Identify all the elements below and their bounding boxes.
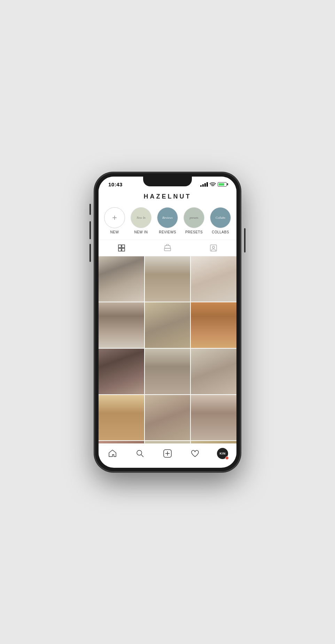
svg-rect-4: [122, 248, 125, 251]
svg-rect-3: [118, 248, 121, 251]
phone-screen: 10:43: [99, 177, 236, 468]
nav-profile[interactable]: KIN: [215, 447, 230, 460]
heart-icon: [190, 449, 200, 458]
battery-icon: [218, 182, 227, 187]
photo-cell-9[interactable]: [191, 349, 236, 394]
notch: [143, 177, 192, 186]
search-icon: [135, 449, 145, 458]
photo-cell-12[interactable]: [191, 395, 236, 441]
signal-icon: [200, 182, 208, 187]
story-label-presets: PRESETS: [185, 230, 203, 234]
svg-rect-5: [164, 248, 171, 251]
photo-grid: [99, 256, 236, 465]
story-newin[interactable]: New In NEW IN: [130, 207, 152, 234]
app-header: HAZELNUT: [99, 189, 236, 205]
nav-add[interactable]: [160, 447, 175, 460]
profile-avatar: KIN: [217, 448, 228, 459]
story-reviews[interactable]: Reviews REVIEWS: [156, 207, 179, 234]
tab-shop[interactable]: [161, 243, 174, 253]
volume-up-button: [89, 221, 91, 239]
story-circle-collabs[interactable]: Collabs: [210, 207, 231, 228]
story-circle-presets[interactable]: presets: [184, 207, 204, 228]
silent-button: [89, 204, 91, 215]
status-icons: [200, 182, 227, 187]
photo-cell-10[interactable]: [99, 395, 144, 441]
story-label-collabs: COLLABS: [212, 230, 229, 234]
stories-row: + New New In NEW IN Reviews REVIEWS: [99, 205, 236, 240]
profile-icon: [210, 244, 217, 252]
add-icon: [163, 449, 172, 458]
photo-cell-4[interactable]: [99, 302, 144, 348]
story-circle-new[interactable]: +: [104, 207, 125, 228]
bottom-nav: KIN: [99, 443, 236, 465]
svg-rect-1: [118, 245, 121, 248]
content-tabs: [99, 240, 236, 256]
tab-grid[interactable]: [115, 243, 128, 253]
story-presets[interactable]: presets PRESETS: [183, 207, 205, 234]
photo-cell-3[interactable]: [191, 256, 236, 302]
nav-heart[interactable]: [187, 447, 203, 460]
svg-point-7: [212, 246, 215, 248]
photo-cell-6[interactable]: [191, 302, 236, 348]
photo-cell-1[interactable]: [99, 256, 144, 302]
svg-line-9: [141, 455, 143, 457]
story-label-new: New: [110, 230, 119, 234]
shop-icon: [164, 244, 171, 252]
svg-point-0: [212, 186, 213, 187]
story-new[interactable]: + New: [103, 207, 126, 234]
phone-device: 10:43: [94, 172, 241, 472]
nav-search[interactable]: [132, 447, 148, 460]
app-content[interactable]: HAZELNUT + New New In NEW IN Reviews: [99, 189, 236, 465]
story-circle-newin[interactable]: New In: [131, 207, 151, 228]
svg-rect-2: [122, 245, 125, 248]
photo-cell-2[interactable]: [145, 256, 190, 302]
nav-home[interactable]: [105, 447, 120, 460]
photo-cell-8[interactable]: [145, 349, 190, 394]
grid-icon: [118, 244, 125, 252]
photo-cell-11[interactable]: [145, 395, 190, 441]
photo-cell-7[interactable]: [99, 349, 144, 394]
app-title: HAZELNUT: [99, 193, 236, 200]
photo-cell-5[interactable]: [145, 302, 190, 348]
status-time: 10:43: [108, 181, 123, 187]
story-collabs[interactable]: Collabs COLLABS: [209, 207, 232, 234]
home-icon: [108, 449, 117, 458]
svg-point-8: [137, 450, 142, 455]
power-button: [244, 228, 246, 253]
wifi-icon: [210, 182, 216, 187]
volume-down-button: [89, 244, 91, 262]
story-circle-reviews[interactable]: Reviews: [157, 207, 178, 228]
tab-profile[interactable]: [207, 243, 220, 253]
story-label-newin: NEW IN: [134, 230, 148, 234]
story-label-reviews: REVIEWS: [159, 230, 176, 234]
